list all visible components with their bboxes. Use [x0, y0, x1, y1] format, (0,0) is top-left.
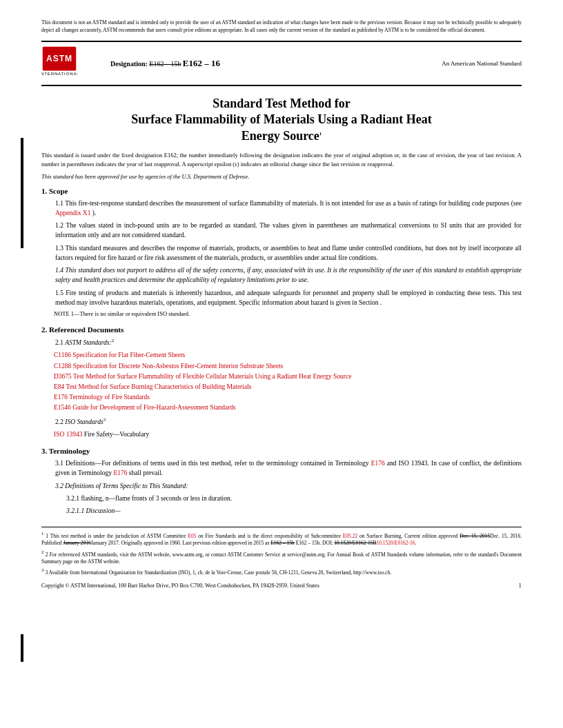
ref-d3675: D3675 Test Method for Surface Flammabili…	[54, 372, 522, 382]
header-row: ASTM INTERNATIONAL Designation: E162 – 1…	[41, 41, 522, 86]
para-3-2: 3.2 Definitions of Terms Specific to Thi…	[55, 481, 522, 491]
ref-c1288: C1288 Specification for Discrete Non-Asb…	[54, 361, 522, 372]
para-3-2-italic: 3.2 Definitions of Terms Specific to Thi…	[55, 483, 188, 489]
fn1-mid: on Fire Standards and is the direct resp…	[196, 533, 342, 539]
title-line2: Surface Flammability of Materials Using …	[131, 112, 431, 126]
para-2-2-italic: ISO Standards	[65, 418, 103, 425]
appendix-x1-link[interactable]: Appendix X1	[55, 210, 90, 216]
fn1-new-pub: January 2017	[91, 540, 119, 546]
footnote-2: 2 2 For referenced ASTM standards, visit…	[41, 549, 522, 566]
designation-new: E162 – 16	[183, 58, 220, 68]
section-refs-title: 2. Referenced Documents	[41, 325, 522, 334]
iso-13943-link: ISO 13943	[54, 431, 84, 438]
left-bar-decoration	[21, 138, 23, 248]
iso-ref-list: ISO 13943 Fire Safety—Vocabulary	[54, 429, 522, 440]
fn1-e05[interactable]: E05	[188, 533, 196, 539]
top-notice-text: This document is not an ASTM standard an…	[41, 19, 522, 33]
para-1-3: 1.3 This standard measures and describes…	[55, 243, 522, 263]
footnote-3: 3 3 Available from International Organiz…	[41, 567, 522, 576]
para-2-1-super: 2	[112, 338, 115, 343]
fn1-prefix: 1 This test method is under the jurisdic…	[46, 533, 188, 539]
ref-e1546: E1546 Guide for Development of Fire-Haza…	[54, 403, 522, 413]
para-1-1-text: 1.1 This fire-test-response standard des…	[55, 200, 522, 207]
svg-text:INTERNATIONAL: INTERNATIONAL	[41, 72, 77, 76]
e176-link-2[interactable]: E176	[113, 469, 127, 476]
para-1-4: 1.4 This standard does not purport to ad…	[55, 265, 522, 285]
iso-13943-text: Fire Safety—Vocabulary	[84, 431, 150, 438]
para-2-2-prefix: 2.2	[55, 418, 65, 425]
fn1-old-date: Dec. 15, 2015	[460, 533, 490, 539]
fn1-old-desig: E162 – 15b	[270, 540, 295, 546]
footnote-1: 1 1 This test method is under the jurisd…	[41, 531, 522, 547]
national-standard: An American National Standard	[442, 60, 522, 67]
fn2-text: 2 For referenced ASTM standards, visit t…	[41, 551, 522, 565]
para-1-1-end: ).	[92, 210, 97, 216]
footnote-area: 1 1 This test method is under the jurisd…	[41, 527, 522, 576]
ref-e176: E176 Terminology of Fire Standards	[54, 392, 522, 403]
title-line1: Standard Test Method for	[213, 97, 350, 110]
logo-area: ASTM INTERNATIONAL	[41, 46, 103, 81]
fn1-new-date: Dec. 15, 2016	[490, 533, 520, 539]
para-1-2: 1.2 The values stated in inch-pound unit…	[55, 221, 522, 241]
title-superscript: 1	[319, 131, 322, 136]
astm-ref-list: C1186 Specification for Flat Fiber-Cemen…	[54, 350, 522, 413]
para-3-1-text: 3.1 Definitions—For definitions of terms…	[55, 460, 369, 467]
copyright: Copyright © ASTM International, 100 Barr…	[41, 583, 319, 589]
para-3-2-1-1: 3.2.1.1 Discussion—	[66, 506, 522, 516]
para-2-2: 2.2 ISO Standards3	[55, 416, 522, 427]
designation-old: E162 – 15b	[149, 60, 181, 68]
title-line3: Energy Source	[241, 129, 319, 143]
svg-text:ASTM: ASTM	[46, 54, 72, 63]
para-1-5: 1.5 Fire testing of products and materia…	[55, 288, 522, 308]
issuance-para1: This standard is issued under the fixed …	[41, 151, 522, 169]
page: This document is not an ASTM standard an…	[0, 0, 563, 728]
fn1-doi-new-link[interactable]: 10.1520/E0162-16	[376, 540, 415, 546]
main-title: Standard Test Method for Surface Flammab…	[41, 96, 522, 144]
para-3-2-1: 3.2.1 flashing, n—flame fronts of 3 seco…	[66, 494, 522, 503]
fn1-end: . Originally approved in 1960. Last prev…	[119, 540, 270, 546]
issuance-para2: This standard has been approved for use …	[41, 173, 522, 180]
fn1-old-pub: January 2016	[63, 540, 90, 546]
ref-iso-13943: ISO 13943 Fire Safety—Vocabulary	[54, 429, 522, 440]
fn1-e0522[interactable]: E05.22	[343, 533, 357, 539]
footer: Copyright © ASTM International, 100 Barr…	[41, 582, 522, 589]
para-2-1-italic: ASTM Standards:	[65, 339, 111, 346]
section-scope-title: 1. Scope	[41, 187, 522, 195]
para-2-2-super: 3	[103, 417, 106, 423]
para-2-1: 2.1 ASTM Standards:2	[55, 337, 522, 347]
para-2-1-prefix: 2.1	[55, 339, 65, 346]
para-3-2-1-1-italic: 3.2.1.1 Discussion—	[66, 507, 121, 514]
astm-logo: ASTM INTERNATIONAL	[41, 46, 77, 81]
ref-c1186: C1186 Specification for Flat Fiber-Cemen…	[54, 350, 522, 361]
designation-area: Designation: E162 – 15b E162 – 16	[103, 58, 442, 69]
designation-label: Designation:	[110, 60, 148, 68]
fn1-new-desig: E162 – 15b. DOI:	[295, 540, 335, 546]
para-1-1: 1.1 This fire-test-response standard des…	[55, 199, 522, 219]
para-3-1: 3.1 Definitions—For definitions of terms…	[55, 458, 522, 478]
e176-link-1[interactable]: E176	[371, 460, 385, 467]
left-bar-decoration-2	[21, 634, 23, 662]
page-number: 1	[519, 582, 522, 589]
top-notice: This document is not an ASTM standard an…	[41, 19, 522, 34]
fn1-mid2: on Surface Burning. Current edition appr…	[357, 533, 460, 539]
para-1-4-italic: 1.4 This standard does not purport to ad…	[55, 267, 522, 283]
issuance-italic-text: This standard has been approved for use …	[41, 173, 249, 180]
fn1-doi-old-link: 10.1520/E0162-15B	[334, 540, 376, 546]
ref-e84: E84 Test Method for Surface Burning Char…	[54, 382, 522, 392]
section-terminology-title: 3. Terminology	[41, 447, 522, 455]
note-1: NOTE 1—There is no similar or equivalent…	[54, 310, 522, 318]
para-3-1-end: shall prevail.	[129, 469, 163, 476]
fn3-text: 3 Available from International Organizat…	[45, 569, 391, 576]
